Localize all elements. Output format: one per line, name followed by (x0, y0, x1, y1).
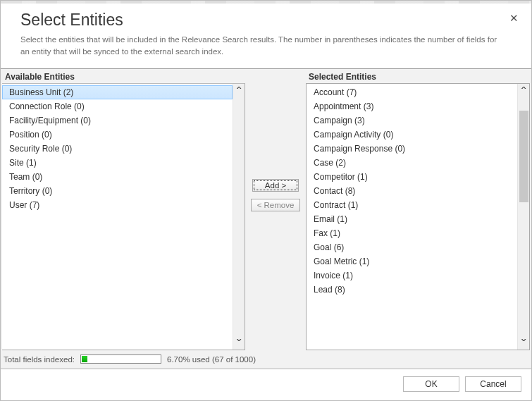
list-item[interactable]: Campaign (3) (307, 113, 517, 128)
list-item[interactable]: Email (1) (307, 212, 517, 226)
dialog-title: Select Entities (20, 11, 512, 30)
ok-button[interactable]: OK (403, 376, 459, 392)
select-entities-dialog: ✕ Select Entities Select the entities th… (0, 0, 532, 401)
list-item[interactable]: Campaign Activity (0) (307, 128, 517, 142)
dialog-footer: OK Cancel (1, 369, 531, 400)
progress-fill (82, 356, 87, 362)
list-item[interactable]: Security Role (0) (2, 142, 233, 156)
list-item[interactable]: Site (1) (2, 156, 233, 170)
selected-column: Selected Entities Account (7)Appointment… (306, 69, 531, 351)
list-item[interactable]: Goal (6) (307, 240, 517, 254)
scrollbar-available[interactable]: ˄ ˅ (233, 84, 245, 350)
selected-listbox[interactable]: Account (7)Appointment (3)Campaign (3)Ca… (306, 83, 530, 351)
list-item[interactable]: Case (2) (307, 156, 517, 170)
scroll-down-icon[interactable]: ˅ (519, 338, 527, 347)
list-item[interactable]: Team (0) (2, 170, 233, 184)
dialog-description: Select the entities that will be include… (20, 34, 500, 58)
scroll-thumb[interactable] (519, 111, 528, 202)
available-label: Available Entities (2, 69, 245, 83)
available-listbox[interactable]: Business Unit (2)Connection Role (0)Faci… (2, 83, 245, 351)
status-label: Total fields indexed: (4, 355, 75, 364)
cancel-button[interactable]: Cancel (465, 376, 521, 392)
scrollbar-selected[interactable]: ˄ ˅ (517, 84, 529, 350)
list-item[interactable]: Facility/Equipment (0) (2, 113, 233, 128)
list-item[interactable]: Account (7) (307, 85, 517, 99)
list-item[interactable]: Campaign Response (0) (307, 142, 517, 156)
selected-label: Selected Entities (306, 69, 530, 83)
list-item[interactable]: Contract (1) (307, 198, 517, 212)
status-row: Total fields indexed: 6.70% used (67 of … (1, 350, 531, 368)
close-icon[interactable]: ✕ (509, 12, 519, 25)
scroll-up-icon[interactable]: ˄ (519, 86, 527, 95)
list-item[interactable]: Contact (8) (307, 184, 517, 198)
transfer-buttons: Add > < Remove (245, 69, 306, 351)
scroll-up-icon[interactable]: ˄ (235, 86, 242, 95)
list-item[interactable]: Position (0) (2, 128, 233, 142)
status-text: 6.70% used (67 of 1000) (167, 355, 256, 364)
list-item[interactable]: Appointment (3) (307, 99, 517, 113)
list-item[interactable]: Territory (0) (2, 184, 233, 198)
dialog-body: Available Entities Business Unit (2)Conn… (1, 69, 531, 351)
list-item[interactable]: Invoice (1) (307, 269, 517, 283)
remove-button[interactable]: < Remove (251, 199, 301, 211)
list-item[interactable]: Competitor (1) (307, 170, 517, 184)
available-column: Available Entities Business Unit (2)Conn… (1, 69, 245, 351)
list-item[interactable]: Goal Metric (1) (307, 254, 517, 269)
list-item[interactable]: Connection Role (0) (2, 99, 233, 113)
list-item[interactable]: Business Unit (2) (2, 85, 233, 99)
progress-bar (80, 354, 161, 364)
list-item[interactable]: Fax (1) (307, 226, 517, 240)
list-item[interactable]: User (7) (2, 198, 233, 212)
add-button[interactable]: Add > (252, 179, 299, 192)
dialog-header: ✕ Select Entities Select the entities th… (1, 4, 531, 68)
list-item[interactable]: Lead (8) (307, 283, 517, 297)
scroll-down-icon[interactable]: ˅ (235, 338, 242, 347)
